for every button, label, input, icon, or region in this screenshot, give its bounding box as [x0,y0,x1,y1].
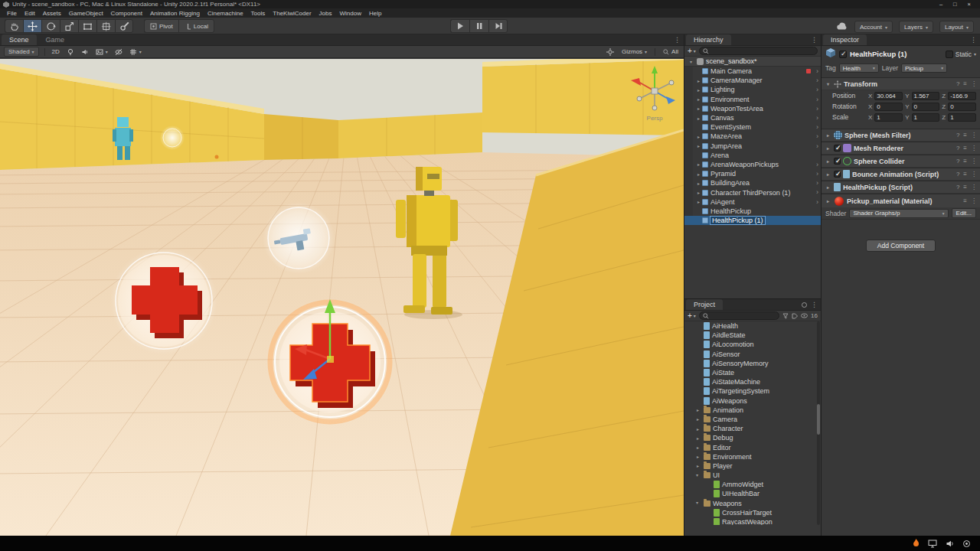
presets-icon[interactable]: ≡ [963,158,967,165]
taskbar-status-icon[interactable] [962,539,971,548]
expand-toggle-icon[interactable]: ▸ [694,454,701,459]
project-item[interactable]: ▸ AiSensoryMemory [684,359,821,368]
prefab-chevron-icon[interactable]: › [816,187,818,197]
expand-toggle-icon[interactable]: ▸ [695,181,702,186]
project-item[interactable]: ▸ AiTargetingSystem [684,386,821,396]
project-item[interactable]: ▸ Animation [684,406,821,415]
presets-icon[interactable]: ≡ [963,184,967,191]
static-toggle[interactable]: Static ▾ [946,51,976,58]
step-button[interactable] [488,19,508,33]
prefab-chevron-icon[interactable]: › [816,132,818,141]
z-value-field[interactable]: 1 [948,113,976,122]
expand-toggle-icon[interactable]: ▸ [694,445,701,450]
kebab-menu-icon[interactable]: ⋮ [811,301,818,308]
rect-tool-button[interactable] [78,19,96,33]
tab-project[interactable]: Project [686,299,723,310]
component-enabled-checkbox[interactable] [834,158,841,165]
hierarchy-item[interactable]: ▸ MazeArea › [684,132,821,141]
hierarchy-item[interactable]: ▸ Arena › [684,151,821,160]
taskbar-flame-icon[interactable] [911,539,920,548]
scale-tool-button[interactable] [60,19,78,33]
expand-toggle-icon[interactable]: ▸ [694,426,701,432]
expand-toggle-icon[interactable]: ▸ [695,87,702,93]
prefab-chevron-icon[interactable]: › [816,178,818,187]
gameobject-name[interactable]: HealthPickup (1) [850,50,942,58]
project-item[interactable]: ▸ UIHealthBar [684,489,821,498]
project-item[interactable]: ▸ AiHealth [684,321,821,331]
hierarchy-item[interactable]: ▸ HealthPickup › [684,207,821,216]
x-value-field[interactable]: 1 [874,113,903,122]
component-enabled-checkbox[interactable] [834,145,841,152]
project-search-input[interactable] [699,311,779,320]
expand-toggle-icon[interactable]: ▸ [695,78,702,83]
distant-pickup[interactable] [160,126,185,150]
static-checkbox[interactable] [946,51,953,58]
prefab-chevron-icon[interactable]: › [816,160,818,169]
menu-item[interactable]: Tools [247,10,270,17]
cloud-icon[interactable] [836,20,848,34]
active-checkbox[interactable] [839,51,847,58]
menu-item[interactable]: Assets [39,10,65,17]
expand-toggle-icon[interactable]: ▸ [825,184,831,190]
scrollbar-thumb[interactable] [817,404,820,435]
rotate-tool-button[interactable] [41,19,60,33]
taskbar-monitor-icon[interactable] [928,539,937,548]
help-icon[interactable]: ? [956,184,959,191]
pause-button[interactable] [469,19,488,33]
transform-component-header[interactable]: ▾ Transform ?≡⋮ [822,77,980,90]
expand-toggle-icon[interactable]: ▾ [825,81,831,86]
prefab-chevron-icon[interactable]: › [816,122,818,132]
presets-icon[interactable]: ≡ [963,132,967,139]
kebab-menu-icon[interactable]: ⋮ [971,197,977,204]
z-value-field[interactable]: 0 [948,103,976,111]
hierarchy-item[interactable]: ▸ JumpArea › [684,142,821,151]
tag-dropdown[interactable]: Health▾ [839,64,879,73]
search-by-label-icon[interactable] [792,313,798,319]
menu-item[interactable]: Window [335,10,364,17]
kebab-menu-icon[interactable]: ⋮ [970,36,977,44]
close-icon[interactable]: × [968,0,971,8]
hierarchy-item[interactable]: ▸ BuildingArea › [684,178,821,187]
maximize-icon[interactable]: □ [953,0,957,8]
y-value-field[interactable]: 0 [912,103,940,111]
hidden-objects-toggle[interactable] [113,48,124,56]
expand-toggle-icon[interactable]: ▸ [695,171,702,177]
component-header[interactable]: ▸ HealthPickup (Script) ?≡⋮ [822,181,980,194]
move-tool-button[interactable] [23,19,41,33]
menu-item[interactable]: Component [107,10,146,17]
menu-item[interactable]: Help [365,10,385,17]
menu-item[interactable]: Jobs [315,10,336,17]
create-button[interactable]: +▾ [688,47,696,55]
layer-dropdown[interactable]: Pickup▾ [901,64,947,73]
project-item[interactable]: ▸ Character [684,424,821,433]
prefab-chevron-icon[interactable]: › [816,104,818,113]
z-value-field[interactable]: -166.9 [948,92,976,100]
y-value-field[interactable]: 1 [912,113,940,122]
prefab-chevron-icon[interactable]: › [816,95,818,104]
kebab-menu-icon[interactable]: ⋮ [971,158,977,165]
expand-toggle-icon[interactable]: ▸ [825,132,831,138]
pivot-toggle-button[interactable]: Pivot [144,19,178,33]
component-header[interactable]: ▸ Mesh Renderer ?≡⋮ [822,142,980,155]
expand-toggle-icon[interactable]: ▸ [694,463,701,468]
expand-toggle-icon[interactable]: ▸ [694,407,701,412]
weapon-pickup[interactable] [263,202,335,274]
create-button[interactable]: +▾ [688,312,696,320]
menu-item[interactable]: TheKiwiCoder [269,10,315,17]
prefab-chevron-icon[interactable]: › [816,169,818,178]
project-item[interactable]: ▸ AmmoWidget [684,480,821,489]
local-toggle-button[interactable]: Local [178,19,214,33]
project-item[interactable]: ▸ Player [684,461,821,471]
expand-toggle-icon[interactable]: ▸ [825,158,831,164]
hierarchy-item[interactable]: ▸ Pyramid › [684,169,821,178]
shading-mode-dropdown[interactable]: Shaded▾ [4,47,39,57]
hierarchy-item[interactable]: ▸ Main Camera › [684,67,821,76]
hierarchy-item[interactable]: ▸ Lighting › [684,85,821,94]
project-item[interactable]: ▸ AiIdleState [684,331,821,340]
expand-toggle-icon[interactable]: ▸ [695,134,702,139]
help-icon[interactable]: ? [956,80,959,87]
add-component-button[interactable]: Add Component [866,240,936,252]
tab-scene[interactable]: Scene [2,34,37,45]
hierarchy-item[interactable]: ▸ HealthPickup (1) › [684,216,821,225]
expand-toggle-icon[interactable]: ▸ [825,171,831,177]
